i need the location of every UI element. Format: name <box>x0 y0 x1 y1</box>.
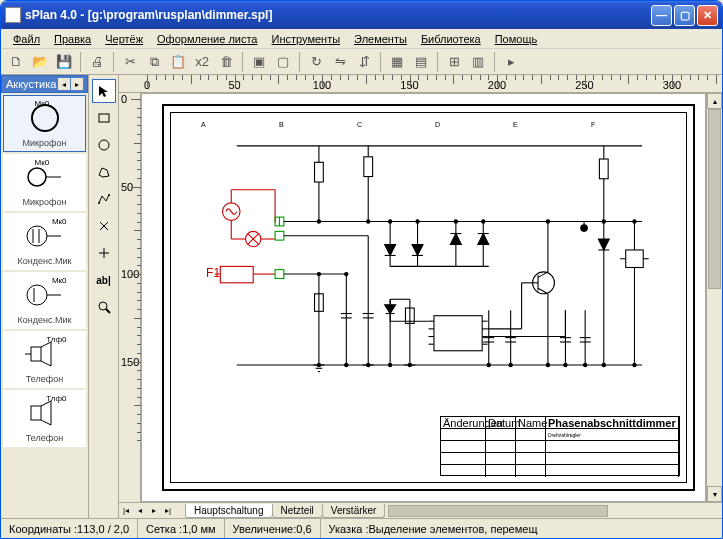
menu-edit[interactable]: Правка <box>48 31 97 47</box>
menu-tools[interactable]: Инструменты <box>266 31 347 47</box>
canvas[interactable]: ABCDEF <box>141 93 706 502</box>
open-icon[interactable]: 📂 <box>29 51 51 73</box>
flipv-icon[interactable]: ⇵ <box>353 51 375 73</box>
copy-icon[interactable]: ⧉ <box>143 51 165 73</box>
dup-icon[interactable]: x2 <box>191 51 213 73</box>
svg-rect-41 <box>275 231 284 240</box>
tab-last-icon[interactable]: ▸| <box>161 504 175 518</box>
menu-sheet[interactable]: Оформление листа <box>151 31 263 47</box>
svg-rect-109 <box>434 316 482 351</box>
tab-prev-icon[interactable]: ◂ <box>133 504 147 518</box>
vertical-ruler: 050100150 <box>119 93 141 502</box>
menu-help[interactable]: Помощь <box>489 31 544 47</box>
svg-line-22 <box>106 309 110 313</box>
svg-point-0 <box>32 105 58 131</box>
sheet-tab[interactable]: Netzteil <box>272 504 323 518</box>
scroll-thumb-v[interactable] <box>708 109 721 289</box>
main-area: Аккустика ◂ ▸ Мк0МикрофонМк0МикрофонМк0К… <box>1 75 722 518</box>
svg-point-15 <box>98 202 100 204</box>
tool-pointer[interactable] <box>92 79 116 103</box>
ungroup-icon[interactable]: ▤ <box>410 51 432 73</box>
svg-rect-50 <box>364 157 373 177</box>
scroll-up-icon[interactable]: ▴ <box>707 93 722 109</box>
group-icon[interactable]: ▦ <box>386 51 408 73</box>
fliph-icon[interactable]: ⇋ <box>329 51 351 73</box>
svg-point-139 <box>388 363 391 366</box>
paste-icon[interactable]: 📋 <box>167 51 189 73</box>
sidebar-category[interactable]: Аккустика ◂ ▸ <box>1 75 88 93</box>
sheet-tabs: HauptschaltungNetzteilVerstärker <box>175 503 384 518</box>
svg-point-7 <box>27 285 47 305</box>
titlebar[interactable]: sPlan 4.0 - [g:\program\rusplan\dimmer.s… <box>1 1 722 29</box>
svg-point-141 <box>487 363 490 366</box>
list-icon[interactable]: ▥ <box>467 51 489 73</box>
menu-file[interactable]: Файл <box>7 31 46 47</box>
svg-point-137 <box>345 363 348 366</box>
tool-zoom[interactable] <box>92 295 116 319</box>
tab-next-icon[interactable]: ▸ <box>147 504 161 518</box>
sheet-tab[interactable]: Verstärker <box>322 504 386 518</box>
snap-icon[interactable]: ⊞ <box>443 51 465 73</box>
opts-icon[interactable]: ▸ <box>500 51 522 73</box>
svg-point-21 <box>99 302 107 310</box>
print-icon[interactable]: 🖨 <box>86 51 108 73</box>
svg-point-138 <box>367 363 370 366</box>
status-hint: Указка : Выделение элементов, перемещ <box>321 519 722 538</box>
category-next-icon[interactable]: ▸ <box>71 78 83 90</box>
delete-icon[interactable]: 🗑 <box>215 51 237 73</box>
rotate-icon[interactable]: ↻ <box>305 51 327 73</box>
svg-point-143 <box>546 363 549 366</box>
minimize-button[interactable]: — <box>651 5 672 26</box>
palette-item-mic-large[interactable]: Мк0Микрофон <box>3 95 86 152</box>
menu-drawing[interactable]: Чертёж <box>99 31 149 47</box>
svg-rect-10 <box>31 347 41 361</box>
menu-elements[interactable]: Элементы <box>348 31 413 47</box>
palette-item-cap-mic2[interactable]: Мк0Конденс.Мик <box>3 272 86 329</box>
menu-library[interactable]: Библиотека <box>415 31 487 47</box>
horizontal-scrollbar[interactable]: |◂ ◂ ▸ ▸| HauptschaltungNetzteilVerstärk… <box>119 502 722 518</box>
svg-point-128 <box>416 220 419 223</box>
category-prev-icon[interactable]: ◂ <box>58 78 70 90</box>
svg-point-14 <box>99 140 109 150</box>
new-icon[interactable]: 🗋 <box>5 51 27 73</box>
tool-circle[interactable] <box>92 133 116 157</box>
sheet-tab[interactable]: Hauptschaltung <box>185 504 273 518</box>
maximize-button[interactable]: ▢ <box>674 5 695 26</box>
component-palette: Мк0МикрофонМк0МикрофонМк0Конденс.МикМк0К… <box>1 93 88 518</box>
tool-rect[interactable] <box>92 106 116 130</box>
horizontal-ruler: 050100150200250300 <box>119 75 722 93</box>
svg-point-140 <box>408 363 411 366</box>
vertical-scrollbar[interactable]: ▴ ▾ <box>706 93 722 502</box>
svg-rect-53 <box>599 159 608 179</box>
svg-rect-32 <box>220 266 253 282</box>
close-button[interactable]: ✕ <box>697 5 718 26</box>
tool-point[interactable] <box>92 241 116 265</box>
palette-item-mic-small[interactable]: Мк0Микрофон <box>3 154 86 211</box>
tool-text[interactable]: ab| <box>92 268 116 292</box>
tool-polyline[interactable] <box>92 187 116 211</box>
window-title: sPlan 4.0 - [g:\program\rusplan\dimmer.s… <box>25 8 651 22</box>
cut-icon[interactable]: ✂ <box>119 51 141 73</box>
palette-item-cap-mic[interactable]: Мк0Конденс.Мик <box>3 213 86 270</box>
circuit-diagram: F1 <box>171 113 686 464</box>
tool-polygon[interactable] <box>92 160 116 184</box>
palette-item-phone[interactable]: Тлф0Телефон <box>3 331 86 388</box>
status-zoom: Увеличение: 0,6 <box>225 519 321 538</box>
back-icon[interactable]: ▢ <box>272 51 294 73</box>
svg-point-3 <box>27 226 47 246</box>
svg-point-133 <box>633 220 636 223</box>
scroll-thumb-h[interactable] <box>388 505 608 517</box>
title-block: ÄnderungenDatumNamePhasenabschnittdimmer… <box>440 416 680 476</box>
scroll-down-icon[interactable]: ▾ <box>707 486 722 502</box>
tab-first-icon[interactable]: |◂ <box>119 504 133 518</box>
app-icon <box>5 7 21 23</box>
palette-item-phone2[interactable]: Тлф0Телефон <box>3 390 86 447</box>
status-bar: Координаты : 113,0 / 2,0 Сетка : 1,0 мм … <box>1 518 722 538</box>
svg-point-1 <box>28 168 46 186</box>
save-icon[interactable]: 💾 <box>53 51 75 73</box>
svg-rect-13 <box>99 114 109 122</box>
svg-point-127 <box>388 220 391 223</box>
svg-point-129 <box>454 220 457 223</box>
tool-line[interactable] <box>92 214 116 238</box>
front-icon[interactable]: ▣ <box>248 51 270 73</box>
